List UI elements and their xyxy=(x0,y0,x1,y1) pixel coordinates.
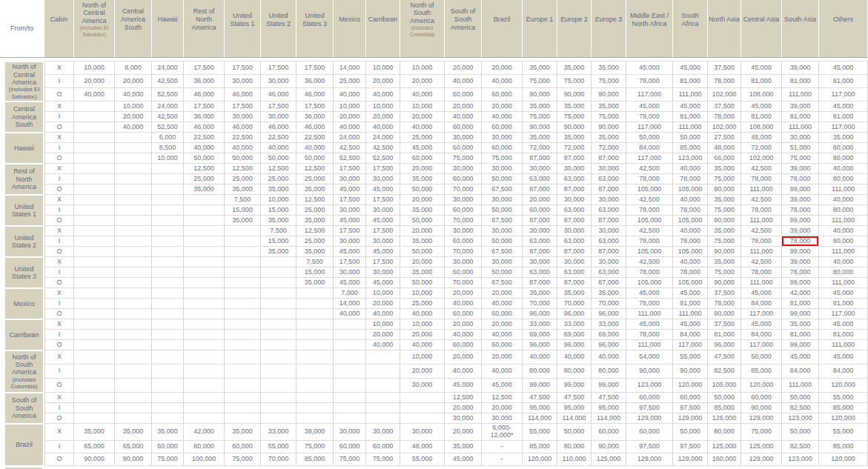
award-cell: 14,000 xyxy=(334,61,366,75)
award-cell: 85,000 xyxy=(819,403,868,413)
award-cell: 78,000 xyxy=(708,112,741,122)
award-cell: 90,000 xyxy=(557,88,592,102)
award-cell: 10,000 xyxy=(366,319,400,330)
award-cell xyxy=(74,267,115,278)
award-cell xyxy=(115,350,152,365)
award-cell: 60,000 xyxy=(482,309,523,319)
award-cell: 47,500 xyxy=(557,393,592,403)
award-cell: 20,000 xyxy=(366,75,400,88)
award-cell xyxy=(184,350,225,365)
award-cell: 80,000 xyxy=(819,174,868,184)
award-cell: 12,500 xyxy=(184,164,225,174)
table-row: O35,00035,00035,00045,00045,00050,00070,… xyxy=(0,216,868,226)
award-cell xyxy=(366,350,400,365)
award-cell: 27,500 xyxy=(708,133,741,143)
award-cell: 75,000 xyxy=(523,75,557,88)
award-cell xyxy=(366,393,400,403)
award-cell: 90,000 xyxy=(708,184,741,195)
award-cell: 60,000 xyxy=(445,174,482,184)
award-cell: 105,000 xyxy=(626,247,673,257)
award-cell: 40,000 xyxy=(184,143,225,153)
award-cell: 117,000 xyxy=(741,309,782,319)
award-cell: 25,000 xyxy=(296,174,334,184)
award-cell xyxy=(74,216,115,226)
award-cell xyxy=(296,350,334,365)
award-cell: 45,000 xyxy=(819,319,868,330)
award-cell xyxy=(261,403,296,413)
award-cell xyxy=(115,216,152,226)
award-cell: 80,000 xyxy=(592,365,626,379)
award-cell: 117,000 xyxy=(741,340,782,350)
award-cell xyxy=(225,330,261,340)
award-cell: 10,000 xyxy=(334,102,366,112)
award-cell: 10,000 xyxy=(400,288,445,299)
cabin-cell: I xyxy=(44,403,74,413)
award-chart-table: From/toCabinNorth of Central America(inc… xyxy=(0,0,868,466)
award-cell: 87,000 xyxy=(523,184,557,195)
table-row: I8,50040,00040,00040,00040,00042,50042,5… xyxy=(0,143,868,153)
award-cell: 20,000 xyxy=(482,319,523,330)
award-cell xyxy=(152,299,184,309)
award-cell: 105,000 xyxy=(626,216,673,226)
award-cell: 20,000 xyxy=(445,350,482,365)
award-cell: 55,000 xyxy=(400,453,445,466)
cabin-cell: I xyxy=(44,365,74,379)
award-cell: 63,000 xyxy=(523,236,557,247)
award-cell: 45,000 xyxy=(819,350,868,365)
row-group-label: Brazil xyxy=(0,424,44,466)
award-cell: 20,000 xyxy=(482,350,523,365)
award-cell xyxy=(152,216,184,226)
table-header: From/toCabinNorth of Central America(inc… xyxy=(0,0,868,58)
award-cell xyxy=(225,257,261,267)
award-cell: 10,000 xyxy=(366,61,400,75)
award-cell: 35,000 xyxy=(445,441,482,453)
award-cell: 35,000 xyxy=(400,205,445,216)
award-cell: 6,000-12,000* xyxy=(482,424,523,441)
award-cell: 78,000 xyxy=(626,330,673,340)
award-cell xyxy=(225,379,261,393)
award-cell: 30,000 xyxy=(366,236,400,247)
award-cell: 35,000 xyxy=(400,174,445,184)
award-cell: 81,000 xyxy=(782,299,819,309)
award-cell: 69,000 xyxy=(592,330,626,340)
award-cell: 78,000 xyxy=(626,112,673,122)
award-cell: 63,000 xyxy=(523,267,557,278)
award-cell: 51,000 xyxy=(782,143,819,153)
award-cell: 48,000 xyxy=(708,143,741,153)
award-cell: 36,000 xyxy=(184,75,225,88)
award-cell: 50,000 xyxy=(482,205,523,216)
award-cell: 30,000 xyxy=(261,75,296,88)
row-group-label: North of Central America(includes El Sal… xyxy=(0,61,44,102)
award-cell xyxy=(184,278,225,288)
award-cell: 90,000 xyxy=(592,88,626,102)
award-cell: 30,000 xyxy=(445,413,482,424)
table-row: CarribeanX10,00010,00020,00020,00033,000… xyxy=(0,319,868,330)
cabin-cell: O xyxy=(44,278,74,288)
award-cell: 20,000 xyxy=(523,195,557,205)
award-cell xyxy=(184,393,225,403)
award-cell: 75,000 xyxy=(523,112,557,122)
award-cell xyxy=(74,330,115,340)
award-cell: 63,000 xyxy=(557,267,592,278)
award-cell xyxy=(115,174,152,184)
award-cell: 40,000 xyxy=(400,340,445,350)
award-cell: 70,000 xyxy=(523,299,557,309)
award-cell: 117,000 xyxy=(626,153,673,164)
award-cell: 35,000 xyxy=(296,247,334,257)
award-cell xyxy=(184,288,225,299)
award-cell: 81,000 xyxy=(673,112,708,122)
cabin-cell: O xyxy=(44,453,74,466)
award-cell: 72,000 xyxy=(592,143,626,153)
award-cell xyxy=(334,413,366,424)
award-cell: 42,500 xyxy=(741,164,782,174)
award-cell: 52,500 xyxy=(152,88,184,102)
award-cell: 75,000 xyxy=(708,205,741,216)
award-cell: 25,000 xyxy=(184,174,225,184)
award-cell xyxy=(296,319,334,330)
award-cell xyxy=(296,403,334,413)
award-cell: 35,000 xyxy=(523,288,557,299)
award-cell xyxy=(334,379,366,393)
award-cell: 46,000 xyxy=(261,88,296,102)
award-cell: 81,000 xyxy=(673,299,708,309)
award-cell: 50,000 xyxy=(261,153,296,164)
